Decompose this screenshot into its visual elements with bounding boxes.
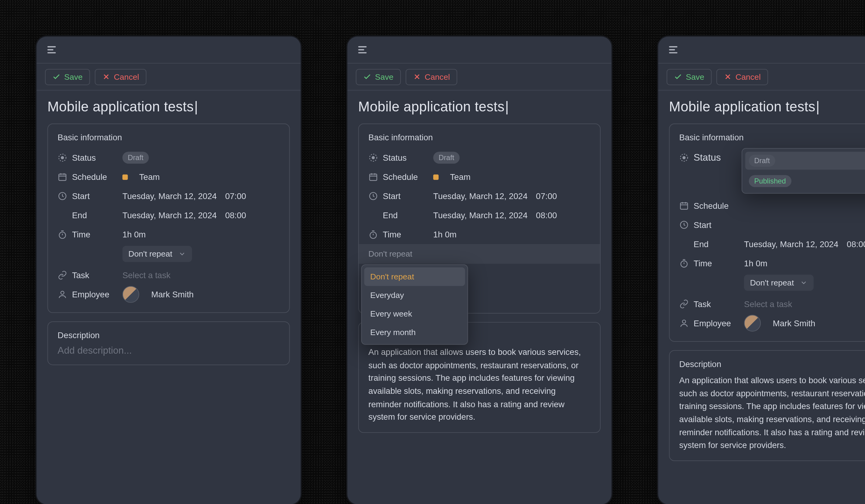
description-text[interactable]: An application that allows users to book… xyxy=(679,374,865,452)
cancel-button[interactable]: Cancel xyxy=(95,69,146,85)
description-input[interactable]: Add description... xyxy=(58,345,280,356)
end-row: End Tuesday, March 12, 2024 08:00 xyxy=(58,206,280,225)
start-label: Start xyxy=(72,191,122,201)
repeat-option-everyday[interactable]: Everyday xyxy=(364,286,465,305)
employee-row: Employee Mark Smith xyxy=(58,285,280,304)
page-title[interactable]: Mobile application tests xyxy=(47,99,290,115)
check-icon xyxy=(363,72,372,81)
check-icon xyxy=(674,72,682,81)
repeat-option-every-week[interactable]: Every week xyxy=(364,305,465,323)
chevron-down-icon xyxy=(800,279,808,286)
schedule-dot xyxy=(123,174,128,179)
repeat-row: Don't repeat xyxy=(58,244,280,263)
svg-rect-17 xyxy=(370,174,377,180)
svg-point-16 xyxy=(372,156,374,159)
employee-label: Employee xyxy=(72,290,122,300)
basic-info-card: Basic information Status Draft Schedule … xyxy=(47,124,290,313)
svg-point-29 xyxy=(683,156,685,159)
cancel-label: Cancel xyxy=(114,72,139,81)
panel-create-shift-default: Save Cancel Mobile application tests Bas… xyxy=(36,36,301,504)
start-date: Tuesday, March 12, 2024 xyxy=(123,191,217,201)
clock-icon xyxy=(369,191,383,201)
svg-point-12 xyxy=(61,291,64,295)
close-icon xyxy=(413,72,421,81)
repeat-value: Don't repeat xyxy=(128,249,172,258)
task-placeholder: Select a task xyxy=(123,270,171,280)
save-label: Save xyxy=(64,72,83,81)
description-card: Description An application that allows u… xyxy=(669,350,865,461)
check-icon xyxy=(52,72,61,81)
svg-point-3 xyxy=(61,156,64,159)
stopwatch-icon xyxy=(58,230,72,239)
schedule-name: Team xyxy=(139,172,160,182)
end-value[interactable]: Tuesday, March 12, 2024 08:00 xyxy=(123,210,280,220)
description-text[interactable]: An application that allows users to book… xyxy=(369,346,591,424)
schedule-row: Schedule Team xyxy=(58,167,280,187)
status-row-open: Status Draft Draft Published xyxy=(679,148,865,167)
actionbar: Save Cancel xyxy=(36,63,301,91)
clock-icon xyxy=(58,191,72,201)
status-label: Status xyxy=(72,153,122,163)
menu-icon[interactable] xyxy=(47,46,57,54)
svg-rect-32 xyxy=(680,203,688,209)
calendar-icon xyxy=(369,172,383,182)
duration: 1h 0m xyxy=(123,230,146,239)
page-title[interactable]: Mobile application tests xyxy=(358,99,601,115)
status-icon xyxy=(369,153,383,163)
employee-value[interactable]: Mark Smith xyxy=(123,286,280,303)
start-row: Start Tuesday, March 12, 2024 07:00 xyxy=(58,187,280,206)
basic-info-card: Basic information Status Draft Draft Pub… xyxy=(669,124,865,342)
status-value[interactable]: Draft xyxy=(123,152,280,163)
repeat-menu: Don't repeat Everyday Every week Every m… xyxy=(361,265,468,345)
time-label: Time xyxy=(72,230,122,239)
schedule-value[interactable]: Team xyxy=(123,172,280,182)
end-date: Tuesday, March 12, 2024 xyxy=(123,210,217,220)
employee-name: Mark Smith xyxy=(151,290,193,300)
cancel-button[interactable]: Cancel xyxy=(716,69,768,85)
clock-icon xyxy=(679,220,693,230)
repeat-select-open[interactable]: Don't repeat xyxy=(359,244,600,264)
panel-repeat-dropdown-open: Save Cancel Mobile application tests Bas… xyxy=(347,36,612,504)
panel-status-popover-open: Save Cancel Mobile application tests Bas… xyxy=(658,36,865,504)
stopwatch-icon xyxy=(369,230,383,239)
stopwatch-icon xyxy=(679,258,693,268)
repeat-dropdown: Don't repeat Don't repeat Everyday Every… xyxy=(359,244,600,264)
description-card: Description Add description... xyxy=(47,321,290,365)
status-option-published[interactable]: Published xyxy=(745,172,865,190)
topbar xyxy=(36,36,301,63)
page-title[interactable]: Mobile application tests xyxy=(669,99,865,115)
chevron-down-icon xyxy=(178,250,186,258)
cancel-button[interactable]: Cancel xyxy=(405,69,457,85)
end-label: End xyxy=(72,210,122,220)
status-badge: Draft xyxy=(123,152,149,163)
repeat-select[interactable]: Don't repeat xyxy=(744,274,814,290)
task-row: Task Select a task xyxy=(58,266,280,285)
repeat-option-dont-repeat[interactable]: Don't repeat xyxy=(364,268,465,286)
calendar-icon xyxy=(679,201,693,211)
start-value[interactable]: Tuesday, March 12, 2024 07:00 xyxy=(123,191,280,201)
basic-info-card: Basic information StatusDraft ScheduleTe… xyxy=(358,124,601,314)
menu-icon[interactable] xyxy=(669,46,679,54)
calendar-icon xyxy=(58,172,72,182)
task-label: Task xyxy=(72,270,122,280)
schedule-label: Schedule xyxy=(72,172,122,182)
avatar xyxy=(123,286,139,303)
save-button[interactable]: Save xyxy=(45,69,90,85)
status-popover: Draft Published xyxy=(742,148,865,194)
svg-point-40 xyxy=(682,320,686,323)
end-time: 08:00 xyxy=(225,210,246,220)
save-button[interactable]: Save xyxy=(667,69,712,85)
time-row: Time 1h 0m xyxy=(58,225,280,244)
start-time: 07:00 xyxy=(225,191,246,201)
save-button[interactable]: Save xyxy=(356,69,401,85)
description-heading: Description xyxy=(58,330,280,340)
status-row: Status Draft xyxy=(58,148,280,167)
content: Mobile application tests Basic informati… xyxy=(36,90,301,376)
repeat-option-every-month[interactable]: Every month xyxy=(364,323,465,342)
task-value[interactable]: Select a task xyxy=(123,270,280,280)
status-option-draft[interactable]: Draft xyxy=(745,152,865,169)
repeat-select[interactable]: Don't repeat xyxy=(123,246,192,262)
close-icon xyxy=(102,72,110,81)
person-icon xyxy=(58,290,72,300)
menu-icon[interactable] xyxy=(358,46,368,54)
